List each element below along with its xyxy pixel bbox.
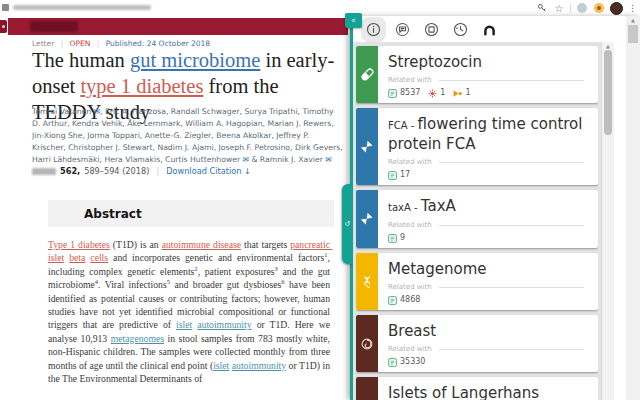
extension-icon[interactable]	[576, 2, 588, 14]
entity-card[interactable]: BreastRelated with35330	[356, 315, 598, 372]
text-segment: ✉	[91, 107, 100, 116]
entity-card-body: BreastRelated with35330	[378, 315, 598, 372]
icon-divider	[570, 3, 571, 13]
bookmark-star-icon[interactable]: ☆	[553, 2, 565, 14]
entity-card[interactable]: taxA - TaxARelated with9	[356, 190, 598, 248]
entity-title[interactable]: Islets of Langerhans	[388, 384, 588, 400]
panel-toolbar	[353, 16, 614, 42]
related-divider-line	[439, 349, 584, 350]
annotated-term-link[interactable]: metagenomes	[111, 333, 164, 344]
entity-card[interactable]: MetagenomeRelated with4868	[356, 253, 598, 310]
related-with-row: Related with	[388, 158, 588, 166]
stat-count: 1	[465, 88, 470, 97]
entity-title[interactable]: Breast	[388, 322, 588, 341]
panel-scrollbar-thumb[interactable]	[604, 50, 612, 135]
journal-logo-blurred[interactable]	[30, 21, 78, 32]
text-segment: ✉	[323, 155, 332, 164]
page-widget-button[interactable]	[0, 20, 7, 33]
page-scrollbar-thumb[interactable]	[628, 25, 638, 43]
text-segment: ✉	[240, 155, 249, 164]
annotated-term-link[interactable]: type 1 diabetes	[80, 75, 203, 97]
abstract-heading: Abstract	[84, 207, 142, 221]
annotated-term-link[interactable]: autoimmunity	[197, 319, 251, 330]
publications-badge-icon	[388, 83, 397, 102]
profile-avatar[interactable]	[610, 2, 623, 15]
entity-stats-row: 853711	[388, 87, 588, 97]
address-bar-url-blurred[interactable]	[13, 5, 151, 10]
history-icon[interactable]	[452, 21, 469, 38]
entity-title[interactable]: FCA - flowering time control protein FCA	[388, 115, 588, 154]
journal-header-band	[8, 18, 348, 35]
anatomy-icon	[356, 377, 378, 400]
protein-icon	[356, 108, 378, 185]
screenshot-icon[interactable]	[423, 21, 440, 38]
download-citation-link[interactable]: Download Citation ↓	[166, 166, 251, 176]
comments-icon[interactable]	[394, 21, 411, 38]
account-icon[interactable]	[481, 21, 498, 38]
annotated-term-link[interactable]: autoimmunity	[232, 360, 286, 371]
protein-icon	[356, 190, 378, 248]
entity-card-body: MetagenomeRelated with4868	[378, 253, 598, 310]
related-with-row: Related with	[388, 345, 588, 353]
text-segment: . Viral infections	[98, 279, 167, 290]
entity-title[interactable]: Streptozocin	[388, 53, 588, 72]
entity-title[interactable]: taxA - TaxA	[388, 197, 588, 217]
entity-stats-row: 17	[388, 169, 588, 179]
gene-badge-icon	[453, 83, 462, 102]
stat-count: 1	[440, 88, 445, 97]
entity-stats-row: 35330	[388, 356, 588, 366]
publications-badge-icon	[388, 165, 397, 184]
entity-stats-row: 9	[388, 232, 588, 242]
browser-tab-icon	[2, 4, 9, 11]
panel-scrollbar[interactable]: ▲	[601, 42, 614, 400]
menu-kebab-icon[interactable]: ⋮	[628, 3, 637, 13]
annotated-term-link[interactable]: gut microbiome	[130, 49, 260, 71]
annotated-term-link[interactable]: cells	[90, 252, 108, 263]
entity-card-body: Islets of LangerhansRelated with34641	[378, 377, 598, 400]
virus-badge-icon	[428, 83, 437, 102]
key-icon[interactable]	[536, 2, 548, 14]
annotated-term-link[interactable]: beta	[69, 252, 85, 263]
entity-card[interactable]: Islets of LangerhansRelated with34641	[356, 377, 598, 400]
stat-count: 4868	[400, 295, 420, 304]
sync-icon: ↺	[345, 220, 351, 228]
annotation-sidebar-panel: « ↺ StreptozocinRelated with853711FCA - …	[350, 16, 640, 400]
download-icon: ↓	[244, 166, 251, 176]
annotated-term-link[interactable]: islet	[213, 360, 229, 371]
publications-badge-icon	[388, 352, 397, 371]
related-divider-line	[439, 287, 584, 288]
publications-badge-icon	[388, 290, 397, 309]
article-page: Letter | OPEN | Published: 24 October 20…	[0, 16, 352, 400]
entity-title[interactable]: Metagenome	[388, 260, 588, 279]
annotated-term-link[interactable]: Type 1 diabetes	[48, 239, 110, 250]
annotated-term-link[interactable]: islet	[176, 319, 192, 330]
stat-count: 9	[400, 233, 405, 242]
extension-avatar-icon[interactable]	[593, 2, 605, 14]
related-with-row: Related with	[388, 76, 588, 84]
panel-collapse-button[interactable]: «	[345, 13, 362, 28]
text-segment: The human	[32, 49, 130, 71]
stat-count: 35330	[400, 357, 425, 366]
page-scrollbar[interactable]: ▲	[626, 16, 640, 400]
entity-abbr: taxA -	[388, 202, 421, 213]
stat-count: 17	[400, 170, 410, 179]
related-divider-line	[439, 80, 584, 81]
publications-badge-icon	[388, 228, 397, 247]
scroll-up-arrow[interactable]: ▲	[626, 17, 640, 23]
entity-card-body: StreptozocinRelated with853711	[378, 46, 598, 103]
info-icon[interactable]	[365, 21, 382, 38]
entity-card[interactable]: StreptozocinRelated with853711	[356, 46, 598, 103]
annotated-term-link[interactable]: autoimmune disease	[162, 239, 241, 250]
text-segment: and incorporates genetic and environment…	[108, 252, 324, 263]
related-with-row: Related with	[388, 283, 588, 291]
entity-abbr: FCA -	[388, 120, 418, 131]
entity-card-body: FCA - flowering time control protein FCA…	[378, 108, 598, 185]
entity-card-list: StreptozocinRelated with853711FCA - flow…	[356, 42, 598, 400]
author-list[interactable]: Tommi Vatanen ✉, Eric A. Franzosa, Randa…	[32, 106, 344, 166]
scroll-up-arrow[interactable]: ▲	[602, 43, 614, 49]
panel-edge-handle[interactable]: ↺	[342, 184, 353, 264]
browser-action-icons: ☆ ⋮	[536, 0, 637, 16]
stat-count: 8537	[400, 88, 420, 97]
entity-card[interactable]: FCA - flowering time control protein FCA…	[356, 108, 598, 185]
abstract-section-header[interactable]: Abstract	[48, 200, 334, 227]
